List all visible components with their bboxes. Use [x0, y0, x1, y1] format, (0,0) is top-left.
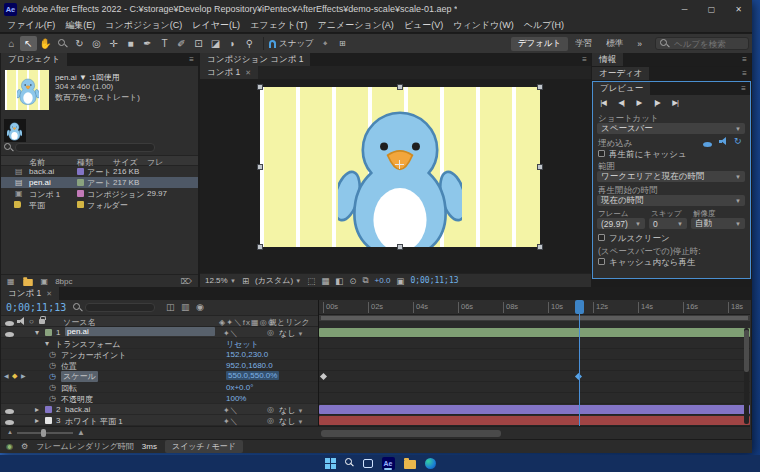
- label-chip[interactable]: [77, 190, 84, 197]
- panel-menu-icon[interactable]: ≡: [741, 84, 746, 93]
- workspace-overflow-chevron[interactable]: »: [630, 38, 649, 50]
- timeline-search-input[interactable]: [85, 303, 155, 312]
- close-icon[interactable]: ✕: [46, 290, 52, 298]
- interpret-footage-icon[interactable]: ▦: [7, 277, 15, 286]
- menu-effect[interactable]: エフェクト(T): [245, 19, 313, 32]
- snapshot-icon[interactable]: ▣: [396, 276, 404, 286]
- layer-duration-row[interactable]: [319, 415, 750, 426]
- frame-blend-icon[interactable]: ▥: [181, 302, 190, 312]
- current-timecode[interactable]: 0;00;11;13: [6, 302, 66, 313]
- play-cached-checkbox[interactable]: [598, 258, 605, 265]
- task-view-icon[interactable]: [363, 459, 373, 468]
- workspace-tab-default[interactable]: デフォルト: [511, 37, 569, 51]
- gear-icon[interactable]: ⚙: [21, 442, 28, 451]
- zoom-tool-icon[interactable]: [54, 36, 71, 51]
- panel-menu-icon[interactable]: ≡: [582, 55, 587, 64]
- viewer-timecode[interactable]: 0;00;11;13: [410, 276, 458, 285]
- menu-file[interactable]: ファイル(F): [2, 19, 60, 32]
- roi-icon[interactable]: ⬚: [307, 276, 315, 286]
- mini-flowchart-icon[interactable]: ◫: [166, 302, 175, 312]
- pixel-aspect-icon[interactable]: ⧉: [362, 275, 368, 286]
- zoom-out-mountain-icon[interactable]: ▲: [7, 429, 13, 435]
- property-row[interactable]: ◷ アンカーポイント 152.0,230.0: [1, 349, 318, 360]
- grid-options-icon[interactable]: ⊞: [242, 276, 249, 286]
- keyframe-indicator-icon[interactable]: ◆: [12, 372, 17, 380]
- trash-icon[interactable]: ⌦: [181, 277, 192, 286]
- property-value[interactable]: 100%: [226, 394, 246, 403]
- property-value[interactable]: 0x+0.0°: [226, 383, 253, 392]
- menu-edit[interactable]: 編集(E): [60, 19, 100, 32]
- close-icon[interactable]: ✕: [245, 69, 251, 77]
- pickwhip-icon[interactable]: ◎: [267, 328, 274, 337]
- viewer-tab-comp1[interactable]: コンポ 1 ✕: [200, 66, 258, 79]
- workspace-tab-standard[interactable]: 標準: [599, 37, 630, 51]
- expander-icon[interactable]: ▸: [35, 416, 39, 425]
- magnification-dropdown[interactable]: 12.5% ▼: [205, 276, 236, 285]
- project-bit-depth[interactable]: 8bpc: [55, 277, 72, 286]
- time-ruler[interactable]: 00s 02s 04s 06s 08s 10s 12s 14s 16s 18s: [319, 300, 750, 315]
- switches-modes-button[interactable]: スイッチ / モード: [165, 440, 243, 453]
- include-video-icon[interactable]: [703, 139, 712, 149]
- panel-menu-icon[interactable]: ≡: [189, 55, 194, 64]
- layer-duration-row[interactable]: [319, 327, 750, 338]
- menu-animation[interactable]: アニメーション(A): [313, 19, 399, 32]
- previous-keyframe-icon[interactable]: ◀: [4, 372, 9, 379]
- pickwhip-icon[interactable]: ◎: [267, 405, 274, 414]
- close-button[interactable]: ✕: [725, 0, 752, 18]
- stopwatch-icon[interactable]: ◷: [49, 372, 56, 381]
- property-row[interactable]: ◷ 不透明度 100%: [1, 393, 318, 404]
- start-button[interactable]: [325, 458, 336, 469]
- view-preset-dropdown[interactable]: (カスタム) ▼: [255, 275, 301, 286]
- current-time-indicator-handle[interactable]: [575, 300, 584, 314]
- timeline-tab-comp1[interactable]: コンポ 1 ✕: [1, 287, 59, 300]
- expander-icon[interactable]: ▾: [35, 328, 39, 337]
- hand-tool-icon[interactable]: ✋: [37, 36, 54, 51]
- mask-visibility-icon[interactable]: ◧: [335, 276, 343, 286]
- framerate-dropdown[interactable]: (29.97)▼: [597, 218, 645, 229]
- current-time-indicator-line[interactable]: [579, 300, 580, 426]
- resolution-dropdown[interactable]: 自動▼: [691, 218, 745, 229]
- file-explorer-icon[interactable]: [404, 460, 416, 469]
- range-dropdown[interactable]: ワークエリアと現在の時間▼: [597, 171, 745, 182]
- snap-option-icon[interactable]: ⌖: [317, 36, 334, 51]
- stopwatch-icon[interactable]: ◷: [49, 350, 56, 359]
- timeline-graph[interactable]: 00s 02s 04s 06s 08s 10s 12s 14s 16s 18s: [318, 300, 750, 426]
- next-frame-button[interactable]: |▶: [651, 98, 663, 107]
- layer-row[interactable]: ▾ 1 pen.ai ✦＼ ◎ なし ▼: [1, 327, 318, 338]
- menu-view[interactable]: ビュー(V): [399, 19, 448, 32]
- brush-tool-icon[interactable]: ✐: [173, 36, 190, 51]
- timeline-vertical-scrollbar[interactable]: [744, 328, 749, 424]
- scale-keyframe-row[interactable]: [319, 371, 750, 382]
- help-search-input[interactable]: [672, 38, 744, 50]
- last-frame-button[interactable]: ▶|: [669, 98, 681, 107]
- property-row[interactable]: ◷ 回転 0x+0.0°: [1, 382, 318, 393]
- menu-layer[interactable]: レイヤー(L): [187, 19, 245, 32]
- property-value[interactable]: 550.0,550.0%: [226, 371, 279, 380]
- project-search-input[interactable]: [15, 143, 155, 152]
- composition-viewer[interactable]: [200, 79, 591, 273]
- first-frame-button[interactable]: |◀: [597, 98, 609, 107]
- selection-tool-icon[interactable]: ↖: [20, 36, 37, 51]
- workspace-tab-learn[interactable]: 学習: [568, 37, 599, 51]
- pen-tool-icon[interactable]: ✒: [139, 36, 156, 51]
- item-name[interactable]: pen.ai: [29, 178, 51, 187]
- taskbar-search-icon[interactable]: [345, 458, 354, 469]
- skip-dropdown[interactable]: 0▼: [649, 218, 687, 229]
- table-row[interactable]: ▣ コンポ 1 コンポジション 29.97: [1, 188, 198, 199]
- play-from-dropdown[interactable]: 現在の時間▼: [597, 195, 745, 206]
- tab-composition[interactable]: コンポジション コンポ 1: [200, 53, 310, 66]
- work-area-bar[interactable]: [319, 315, 750, 321]
- menu-help[interactable]: ヘルプ(H): [519, 19, 569, 32]
- zoom-slider-knob[interactable]: [41, 429, 46, 437]
- snap-magnet-icon[interactable]: [269, 40, 276, 48]
- property-name[interactable]: スケール: [61, 371, 98, 382]
- clone-stamp-tool-icon[interactable]: ⊡: [190, 36, 207, 51]
- transparency-grid-icon[interactable]: ▦: [321, 276, 329, 286]
- roto-brush-tool-icon[interactable]: ◗: [224, 36, 241, 51]
- type-tool-icon[interactable]: T: [156, 36, 173, 51]
- pickwhip-icon[interactable]: ◎: [267, 416, 274, 425]
- stopwatch-icon[interactable]: ◷: [49, 394, 56, 403]
- exposure-value[interactable]: +0.0: [375, 276, 391, 285]
- timeline-horizontal-scrollbar[interactable]: [321, 430, 501, 437]
- property-value[interactable]: 952.0,1680.0: [226, 361, 273, 370]
